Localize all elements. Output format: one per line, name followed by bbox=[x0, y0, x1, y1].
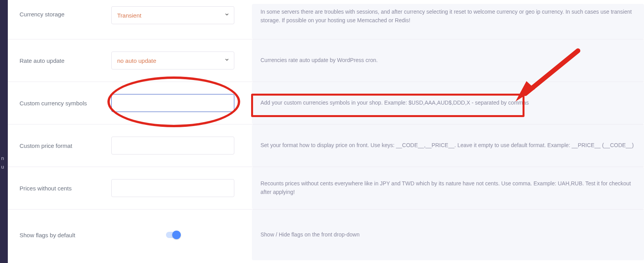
toggle-show-flags[interactable] bbox=[166, 232, 180, 238]
row-custom-symbols: Custom currency symbols Add your custom … bbox=[8, 82, 644, 124]
label-no-cents: Prices without cents bbox=[20, 185, 111, 192]
sidebar-fragment: u bbox=[0, 163, 4, 171]
row-show-flags: Show flags by default Show / Hide flags … bbox=[8, 210, 644, 260]
row-no-cents: Prices without cents Recounts prices wit… bbox=[8, 167, 644, 210]
input-no-cents[interactable] bbox=[111, 179, 234, 197]
desc-price-format: Set your format how to display price on … bbox=[252, 124, 644, 167]
settings-panel: Currency storage Transient In some serve… bbox=[8, 0, 644, 263]
desc-show-flags: Show / Hide flags on the front drop-down bbox=[252, 210, 644, 260]
sidebar-fragment: n bbox=[0, 154, 4, 163]
label-show-flags: Show flags by default bbox=[20, 232, 111, 238]
select-currency-storage[interactable]: Transient bbox=[111, 6, 234, 24]
row-rate-auto-update: Rate auto update no auto update Currenci… bbox=[8, 39, 644, 82]
label-price-format: Custom price format bbox=[20, 142, 111, 149]
row-price-format: Custom price format Set your format how … bbox=[8, 124, 644, 167]
row-currency-storage: Currency storage Transient In some serve… bbox=[8, 0, 644, 39]
desc-rate-auto-update: Currencies rate auto update by WordPress… bbox=[252, 39, 644, 82]
toggle-knob bbox=[172, 231, 181, 239]
admin-sidebar: n u bbox=[0, 0, 8, 263]
desc-currency-storage: In some servers there are troubles with … bbox=[252, 4, 644, 39]
desc-no-cents: Recounts prices without cents everywhere… bbox=[252, 167, 644, 209]
label-custom-symbols: Custom currency symbols bbox=[20, 100, 111, 107]
input-price-format[interactable] bbox=[111, 137, 234, 155]
label-rate-auto-update: Rate auto update bbox=[20, 57, 111, 64]
desc-custom-symbols: Add your custom currencies symbols in yo… bbox=[252, 82, 644, 124]
select-rate-auto-update[interactable]: no auto update bbox=[111, 52, 234, 69]
label-currency-storage: Currency storage bbox=[20, 4, 111, 18]
input-custom-symbols[interactable] bbox=[111, 94, 234, 112]
